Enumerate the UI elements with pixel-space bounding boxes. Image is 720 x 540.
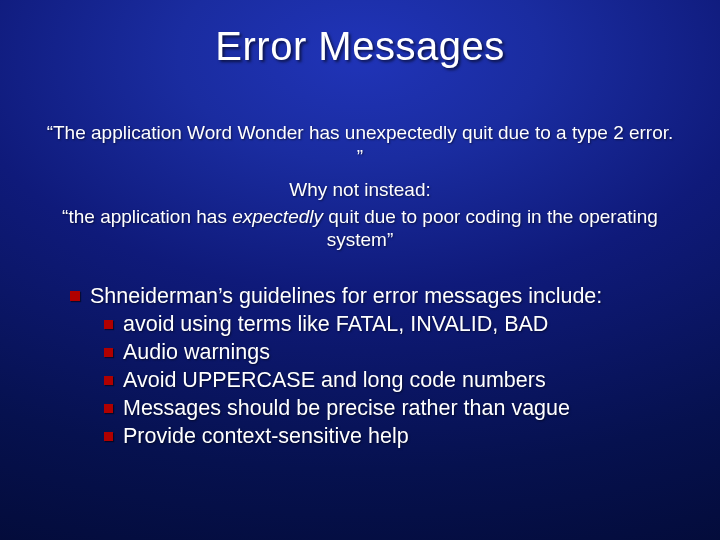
bullet-content: Shneiderman’s guidelines for error messa… [70,282,684,451]
square-bullet-icon [104,376,113,385]
slide-title: Error Messages [36,24,684,69]
bullet-sub: avoid using terms like FATAL, INVALID, B… [104,311,684,339]
bullet-main: Shneiderman’s guidelines for error messa… [70,282,684,311]
square-bullet-icon [70,291,80,301]
bullet-sub-text: Messages should be precise rather than v… [123,395,570,423]
bullet-main-text: Shneiderman’s guidelines for error messa… [90,282,602,311]
square-bullet-icon [104,404,113,413]
quote2-post: quit due to poor coding in the operating… [323,206,658,251]
square-bullet-icon [104,320,113,329]
bullet-sub: Avoid UPPERCASE and long code numbers [104,367,684,395]
bullet-sub: Audio warnings [104,339,684,367]
square-bullet-icon [104,348,113,357]
bullet-sub: Provide context-sensitive help [104,423,684,451]
why-not-instead: Why not instead: [36,179,684,201]
slide: Error Messages “The application Word Won… [0,0,720,540]
quote2-pre: “the application has [62,206,232,227]
bullet-sub: Messages should be precise rather than v… [104,395,684,423]
bullet-sub-text: Avoid UPPERCASE and long code numbers [123,367,546,395]
quote-expected: “the application has expectedly quit due… [36,205,684,253]
bullet-sub-text: Audio warnings [123,339,270,367]
quote-unexpected: “The application Word Wonder has unexpec… [36,121,684,169]
bullet-sub-text: Provide context-sensitive help [123,423,409,451]
square-bullet-icon [104,432,113,441]
bullet-sub-text: avoid using terms like FATAL, INVALID, B… [123,311,548,339]
quote2-emphasis: expectedly [232,206,323,227]
